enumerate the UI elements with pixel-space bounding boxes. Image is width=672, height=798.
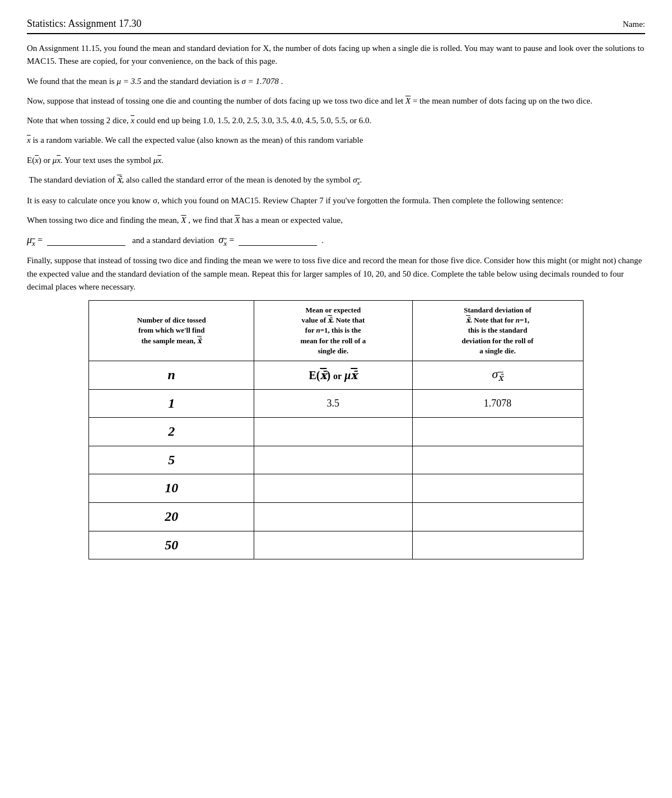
mu-fill-label: μx [27,234,35,248]
paragraph-4: Note that when tossing 2 dice, x could e… [27,114,645,127]
sigma-fill-line[interactable] [239,236,317,246]
mean-cell[interactable] [254,502,413,531]
sigma-value: σ = 1.7078 [241,77,278,86]
mean-cell[interactable] [254,418,413,446]
paragraph-10: Finally, suppose that instead of tossing… [27,254,645,293]
mu-fill-item: μx = [27,234,128,248]
sigma-fill-item: σx = . [218,234,324,248]
mu-fill-line[interactable] [47,236,125,246]
col1-subheader: n [89,361,254,389]
mean-cell[interactable] [254,531,413,559]
n-cell: 50 [89,531,254,559]
assignment-title: Statistics: Assignment 17.30 [27,18,142,30]
col3-header: Standard deviation ofx̄. Note that for n… [412,301,583,361]
table-row: 2 [89,418,583,446]
sd-cell: 1.7078 [412,389,583,418]
col2-header: Mean or expectedvalue of x̄. Note thatfo… [254,301,413,361]
and-text-item: and a standard deviation [132,236,214,245]
col2-subheader: E(x̄) or μx̄ [254,361,413,389]
x-bar-4: x [130,116,134,125]
table-row: 20 [89,502,583,531]
sigma-fill-label: σx [218,234,227,248]
table-row: 50 [89,531,583,559]
n-cell: 20 [89,502,254,531]
x-bar-5: x [27,136,31,144]
table-row: 13.51.7078 [89,389,583,418]
x-bar-6: x [35,156,39,165]
n-cell: 5 [89,446,254,474]
col1-header: Number of dice tossedfrom which we'll fi… [89,301,254,361]
paragraph-6: E(x) or μx. Your text uses the symbol μx… [27,154,645,167]
sigma-equals: = [229,235,234,245]
x-bar-7: x̄ [117,175,122,184]
period: . [321,236,324,245]
sigma-xbar-7: σx [353,175,360,184]
mean-cell[interactable] [254,446,413,474]
fill-in-row: μx = and a standard deviation σx = . [27,234,645,248]
n-cell: 10 [89,474,254,503]
paragraph-5: x is a random variable. We call the expe… [27,134,645,147]
mu-value: μ = 3.5 [116,77,141,86]
paragraph-8: It is easy to calculate once you know σ,… [27,194,645,207]
paragraph-7: The standard deviation of x̄, also calle… [27,174,645,188]
table-row: 5 [89,446,583,474]
n-cell: 1 [89,389,254,418]
col3-subheader: σx̄ [412,361,583,389]
x-bar-9a: X [181,216,186,225]
x-bar-9b: X [235,216,240,225]
page-header: Statistics: Assignment 17.30 Name: [27,18,645,34]
paragraph-2: We found that the mean is μ = 3.5 and th… [27,75,645,88]
sd-cell[interactable] [412,418,583,446]
n-cell: 2 [89,418,254,446]
and-text: and a standard deviation [132,236,214,245]
paragraph-1: On Assignment 11.15, you found the mean … [27,42,645,68]
mu-symbol-6: μx [153,156,161,165]
paragraph-3: Now, suppose that instead of tossing one… [27,95,645,108]
name-label: Name: [623,20,645,29]
sd-cell[interactable] [412,446,583,474]
data-table: Number of dice tossedfrom which we'll fi… [88,300,583,559]
sd-cell[interactable] [412,474,583,503]
mu-equals: = [38,235,43,245]
mu-xbar-6: μx [53,156,60,165]
table-row: 10 [89,474,583,503]
paragraph-9: When tossing two dice and finding the me… [27,214,645,227]
p1-text: On Assignment 11.15, you found the mean … [27,44,644,66]
sd-cell[interactable] [412,531,583,559]
sd-cell[interactable] [412,502,583,531]
mean-cell[interactable] [254,474,413,503]
x-bar-3: X [405,96,410,105]
mean-cell: 3.5 [254,389,413,418]
